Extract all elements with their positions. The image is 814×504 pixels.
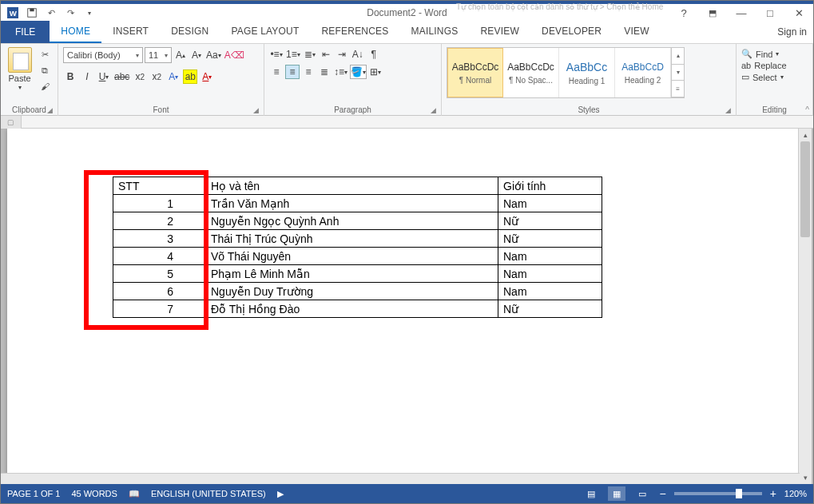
tab-home[interactable]: HOME [50, 21, 101, 43]
sign-in-link[interactable]: Sign in [777, 26, 807, 38]
styles-expand[interactable]: ≡ [672, 81, 684, 97]
status-spellcheck-icon[interactable]: 📖 [129, 489, 140, 499]
tab-view[interactable]: VIEW [613, 21, 660, 43]
scroll-up-arrow[interactable]: ▴ [799, 129, 812, 141]
clear-formatting-button[interactable]: A⌫ [224, 48, 245, 62]
grow-font-button[interactable]: A▴ [173, 48, 188, 62]
collapse-ribbon-button[interactable]: ^ [805, 105, 809, 114]
clipboard-dialog-launcher[interactable]: ◢ [47, 106, 53, 114]
vertical-scrollbar[interactable]: ▴ ▾ [798, 129, 812, 484]
text-effects-button[interactable]: A▾ [166, 69, 181, 84]
styles-scroll-down[interactable]: ▾ [672, 65, 684, 81]
tab-page-layout[interactable]: PAGE LAYOUT [220, 21, 310, 43]
zoom-slider[interactable] [674, 492, 762, 495]
tab-design[interactable]: DESIGN [160, 21, 220, 43]
paragraph-dialog-launcher[interactable]: ◢ [431, 106, 436, 114]
file-tab[interactable]: FILE [1, 21, 50, 43]
zoom-slider-thumb[interactable] [736, 489, 742, 498]
table-row[interactable]: 5Phạm Lê Minh MẫnNam [113, 265, 602, 283]
underline-button[interactable]: U▾ [97, 69, 111, 84]
minimize-button[interactable]: — [727, 4, 756, 22]
style-no-spacing[interactable]: AaBbCcDc¶ No Spac... [503, 48, 559, 97]
find-button[interactable]: 🔍Find ▾ [741, 49, 779, 59]
justify-button[interactable]: ≣ [317, 65, 332, 79]
multilevel-list-button[interactable]: ≣▾ [303, 47, 317, 62]
redo-button[interactable]: ↷ [62, 4, 79, 22]
tab-references[interactable]: REFERENCES [311, 21, 400, 43]
numbering-button[interactable]: 1≡▾ [285, 47, 301, 62]
styles-gallery[interactable]: AaBbCcDc¶ Normal AaBbCcDc¶ No Spac... Aa… [447, 47, 685, 98]
tab-review[interactable]: REVIEW [469, 21, 530, 43]
undo-button[interactable]: ↶ [42, 4, 60, 22]
zoom-out-button[interactable]: − [659, 487, 665, 500]
replace-button[interactable]: abReplace [741, 61, 787, 70]
view-print-layout[interactable]: ▦ [608, 486, 625, 501]
horizontal-scrollbar[interactable] [1, 473, 800, 484]
table-row[interactable]: 7Đỗ Thị Hồng ĐàoNữ [113, 300, 602, 318]
shrink-font-button[interactable]: A▾ [189, 48, 204, 62]
qat-customize-button[interactable]: ▾ [81, 4, 98, 22]
header-name[interactable]: Họ và tên [206, 177, 498, 195]
superscript-button[interactable]: x2 [149, 69, 164, 84]
page[interactable]: STT Họ và tên Giới tính 1Trần Văn MạnhNa… [7, 129, 798, 484]
change-case-button[interactable]: Aa▾ [205, 48, 222, 62]
align-left-button[interactable]: ≡ [269, 65, 284, 79]
decrease-indent-button[interactable]: ⇤ [319, 47, 333, 62]
save-button[interactable] [23, 4, 41, 22]
document-table[interactable]: STT Họ và tên Giới tính 1Trần Văn MạnhNa… [113, 177, 602, 318]
bullets-button[interactable]: •≡▾ [269, 47, 284, 62]
bold-button[interactable]: B [63, 69, 77, 84]
maximize-button[interactable]: □ [756, 4, 784, 22]
style-normal[interactable]: AaBbCcDc¶ Normal [447, 48, 503, 97]
table-row[interactable]: 1Trần Văn MạnhNam [113, 195, 602, 212]
horizontal-ruler[interactable] [22, 116, 813, 129]
style-heading-1[interactable]: AaBbCcHeading 1 [559, 48, 615, 97]
align-right-button[interactable]: ≡ [301, 65, 316, 79]
strikethrough-button[interactable]: abc [113, 69, 130, 84]
scroll-down-arrow[interactable]: ▾ [799, 471, 812, 484]
ribbon-options-button[interactable]: ⬒ [698, 4, 727, 22]
highlight-button[interactable]: ab [183, 69, 197, 84]
align-center-button[interactable]: ≡ [285, 65, 300, 79]
close-button[interactable]: ✕ [784, 4, 813, 22]
sort-button[interactable]: A↓ [351, 47, 365, 62]
font-color-button[interactable]: A▾ [200, 69, 214, 84]
style-heading-2[interactable]: AaBbCcDHeading 2 [615, 48, 671, 97]
paste-button[interactable]: Paste ▾ [6, 47, 34, 91]
subscript-button[interactable]: x2 [133, 69, 147, 84]
table-row[interactable]: 2Nguyễn Ngọc Quỳnh AnhNữ [113, 212, 602, 230]
status-page[interactable]: PAGE 1 OF 1 [7, 489, 60, 498]
help-button[interactable]: ? [669, 4, 698, 22]
zoom-in-button[interactable]: + [770, 487, 776, 500]
show-marks-button[interactable]: ¶ [367, 47, 381, 62]
table-row[interactable]: 6Nguyễn Duy TrườngNam [113, 283, 602, 300]
font-name-combo[interactable]: Calibri (Body)▾ [63, 47, 143, 63]
italic-button[interactable]: I [80, 69, 94, 84]
format-painter-button[interactable]: 🖌 [37, 79, 53, 93]
table-header-row[interactable]: STT Họ và tên Giới tính [113, 177, 602, 195]
status-words[interactable]: 45 WORDS [71, 489, 117, 498]
tab-developer[interactable]: DEVELOPER [530, 21, 613, 43]
header-stt[interactable]: STT [113, 177, 206, 195]
zoom-level[interactable]: 120% [784, 489, 807, 498]
borders-button[interactable]: ⊞▾ [368, 65, 383, 79]
status-macro-icon[interactable]: ▶ [277, 489, 284, 499]
styles-dialog-launcher[interactable]: ◢ [725, 106, 731, 114]
scroll-thumb[interactable] [800, 141, 810, 237]
status-language[interactable]: ENGLISH (UNITED STATES) [151, 489, 266, 498]
font-size-combo[interactable]: 11▾ [145, 47, 172, 63]
font-dialog-launcher[interactable]: ◢ [253, 106, 259, 114]
line-spacing-button[interactable]: ↕≡▾ [333, 65, 348, 79]
view-web-layout[interactable]: ▭ [633, 486, 651, 501]
tab-mailings[interactable]: MAILINGS [400, 21, 470, 43]
increase-indent-button[interactable]: ⇥ [335, 47, 349, 62]
select-button[interactable]: ▭Select▾ [741, 72, 784, 82]
view-read-mode[interactable]: ▤ [582, 486, 600, 501]
styles-scroll-up[interactable]: ▴ [672, 48, 684, 65]
shading-button[interactable]: 🪣▾ [350, 65, 367, 79]
table-row[interactable]: 3Thái Thị Trúc QuỳnhNữ [113, 230, 602, 248]
tab-insert[interactable]: INSERT [101, 21, 160, 43]
cut-button[interactable]: ✂ [37, 47, 53, 62]
table-row[interactable]: 4Võ Thái NguyênNam [113, 248, 602, 265]
header-gender[interactable]: Giới tính [498, 177, 602, 195]
